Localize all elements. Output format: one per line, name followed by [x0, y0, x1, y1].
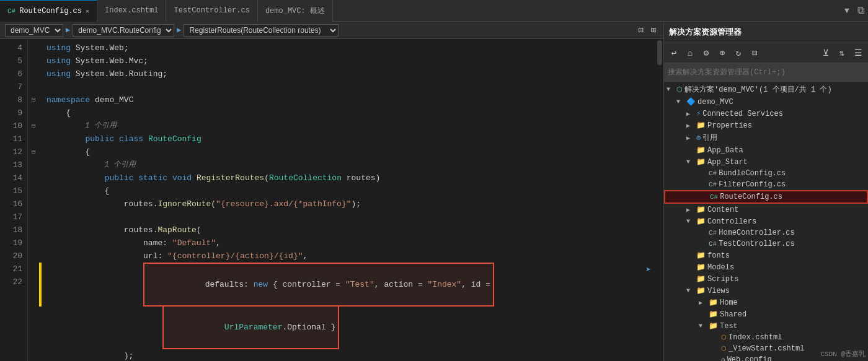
viewstart-arrow	[711, 346, 721, 352]
se-search-bar	[664, 63, 868, 82]
tree-views[interactable]: ▼ 📁 Views	[664, 285, 868, 297]
tree-scripts[interactable]: 📁 Scripts	[664, 273, 868, 285]
scrollbar-thumb[interactable]	[657, 40, 662, 65]
tree-app-data[interactable]: 📁 App_Data	[664, 144, 868, 156]
code-line-19b: UrlParameter.Optional }	[46, 307, 656, 349]
webconfig-test-label: Web.config	[727, 355, 772, 361]
solution-explorer-title: 解决方案资源管理器	[664, 22, 868, 43]
code-plain	[46, 307, 162, 320]
code-plain	[46, 159, 105, 172]
fold-class[interactable]: ⊟	[28, 120, 39, 133]
shared-label: Shared	[720, 310, 746, 319]
tree-content[interactable]: ▶ 📁 Content	[664, 204, 868, 215]
se-tree: ▼ ⬡ 解决方案'demo_MVC'(1 个项目/共 1 个) ▼ 🔷 demo…	[664, 82, 868, 361]
tree-routeconfig[interactable]: C# RouteConfig.cs	[664, 190, 868, 204]
se-filter-btn[interactable]: ⊻	[818, 46, 833, 61]
fn-ignoreroute: IgnoreRoute	[157, 198, 211, 211]
code-plain: (	[211, 198, 216, 211]
project-arrow: ▼	[676, 98, 686, 105]
fold-method[interactable]: ⊟	[28, 146, 39, 159]
tree-filterconfig[interactable]: C# FilterConfig.cs	[664, 179, 868, 190]
code-plain: System.Web.Mvc;	[71, 54, 148, 67]
fold-namespace[interactable]: ⊟	[28, 94, 39, 107]
new-window-button[interactable]: ⧉	[853, 0, 868, 22]
class-dropdown[interactable]: demo_MVC.RouteConfig	[73, 24, 174, 37]
code-line-6: using System.Web.Routing;	[46, 67, 656, 80]
tab-overflow-button[interactable]: ▼	[841, 6, 853, 15]
home-icon: 📁	[709, 298, 718, 307]
shared-icon: 📁	[709, 310, 718, 319]
tree-test-folder[interactable]: ▼ 📁 Test	[664, 320, 868, 332]
vertical-scrollbar[interactable]	[656, 39, 663, 361]
appstart-icon: 📁	[696, 157, 706, 167]
se-back-btn[interactable]: ↩	[666, 46, 681, 61]
scripts-icon: 📁	[696, 274, 706, 284]
cls-routecollection: RouteCollection	[269, 172, 342, 185]
se-collapse-btn[interactable]: ⊟	[747, 46, 762, 61]
appdata-arrow	[686, 147, 696, 154]
tab-routeconfig[interactable]: C# RouteConfig.cs ✕	[0, 0, 97, 22]
keyword-using-4: using	[46, 41, 71, 54]
testcontroller-label: TestController.cs	[719, 240, 794, 248]
bundleconfig-label: BundleConfig.cs	[719, 169, 786, 178]
tab-demomvc[interactable]: demo_MVC: 概述	[258, 0, 333, 22]
code-plain: (	[197, 224, 202, 237]
code-plain	[133, 172, 138, 185]
se-search-input[interactable]	[668, 68, 864, 77]
code-plain: routes.	[46, 198, 157, 211]
tree-homecontroller[interactable]: C# HomeController.cs	[664, 227, 868, 238]
se-show-all-btn[interactable]: ⊕	[715, 46, 730, 61]
se-properties-btn[interactable]: ⚙	[699, 46, 714, 61]
split-down-icon[interactable]: ⊟	[636, 24, 645, 37]
code-plain: );	[352, 198, 361, 211]
code-line-16: routes.MapRoute(	[46, 224, 656, 237]
tree-project-demomvc[interactable]: ▼ 🔷 demo_MVC	[664, 96, 868, 108]
tab-testcontroller[interactable]: TestController.cs	[166, 0, 257, 22]
code-line-7	[46, 80, 656, 94]
fn-registerroutes: RegisterRoutes	[197, 172, 264, 185]
test-ctrl-arrow	[699, 241, 709, 248]
project-dropdown[interactable]: demo_MVC	[5, 24, 63, 37]
keyword-void: void	[172, 172, 192, 185]
tree-models[interactable]: 📁 Models	[664, 261, 868, 273]
fonts-label: fonts	[707, 251, 730, 260]
code-plain: ,	[303, 250, 308, 263]
tree-shared-folder[interactable]: 📁 Shared	[664, 308, 868, 320]
tree-references[interactable]: ▶ ⚙ 引用	[664, 131, 868, 144]
tree-fonts[interactable]: 📁 fonts	[664, 250, 868, 261]
tree-home-folder[interactable]: ▶ 📁 Home	[664, 297, 868, 308]
fonts-icon: 📁	[696, 251, 706, 260]
tree-properties[interactable]: ▶ 📁 Properties	[664, 120, 868, 131]
content-icon: 📁	[696, 205, 706, 214]
routeconfig-icon: C#	[710, 193, 718, 201]
se-settings-btn[interactable]: ☰	[851, 46, 866, 61]
tree-controllers[interactable]: ▼ 📁 Controllers	[664, 215, 868, 227]
code-content[interactable]: using System.Web; using System.Web.Mvc; …	[39, 39, 656, 361]
tree-app-start[interactable]: ▼ 📁 App_Start	[664, 156, 868, 168]
code-plain: name:	[46, 237, 172, 250]
se-toolbar: ↩ ⌂ ⚙ ⊕ ↻ ⊟ ⊻ ⇅ ☰	[664, 43, 868, 63]
route-arrow	[700, 194, 710, 201]
code-line-10b: public class RouteConfig	[46, 133, 656, 146]
yellow-line-indicator	[39, 263, 42, 307]
code-plain: );	[46, 349, 133, 361]
tab-close-routeconfig[interactable]: ✕	[86, 7, 89, 15]
code-plain	[46, 120, 85, 133]
se-home-btn[interactable]: ⌂	[683, 46, 698, 61]
tree-connected-services[interactable]: ▶ ⚡ Connected Services	[664, 108, 868, 120]
tree-index-cshtml[interactable]: ⬡ Index.cshtml	[664, 332, 868, 343]
cs-arrow: ▶	[686, 110, 696, 118]
tab-label-testcontroller: TestController.cs	[174, 6, 249, 15]
keyword-public2: public	[105, 172, 134, 185]
tab-index[interactable]: Index.cshtml	[97, 0, 166, 22]
tree-bundleconfig[interactable]: C# BundleConfig.cs	[664, 168, 868, 179]
tree-solution-root[interactable]: ▼ ⬡ 解决方案'demo_MVC'(1 个项目/共 1 个)	[664, 83, 868, 96]
se-refresh-btn[interactable]: ↻	[731, 46, 746, 61]
method-dropdown[interactable]: RegisterRoutes(RouteCollection routes)	[184, 24, 339, 37]
code-line-10: 1 个引用	[46, 120, 656, 133]
code-line-5: using System.Web.Mvc;	[46, 54, 656, 67]
code-line-4: using System.Web;	[46, 41, 656, 54]
tree-testcontroller[interactable]: C# TestController.cs	[664, 238, 868, 250]
expand-icon[interactable]: ⊞	[649, 24, 658, 37]
se-sync-btn[interactable]: ⇅	[835, 46, 849, 61]
